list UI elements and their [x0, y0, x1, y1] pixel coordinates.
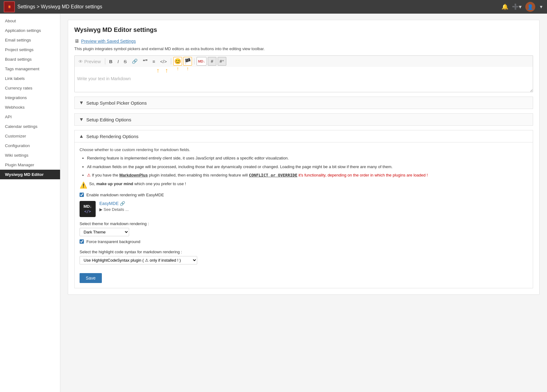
editing-section-header[interactable]: ▼ Setup Editing Options — [74, 113, 533, 126]
theme-select[interactable]: Dark Theme Light Theme Default — [80, 228, 129, 236]
sidebar-item-currency-rates[interactable]: Currency rates — [0, 83, 60, 93]
main-content: Wysiwyg MD Editor settings 🖥 Preview wit… — [60, 14, 547, 392]
enable-easymde-label[interactable]: Enable markdown rendering with EasyMDE — [86, 193, 164, 197]
plugin-description: This plugin integrates symbol pickers an… — [74, 46, 533, 51]
force-bg-label[interactable]: Force transparent background — [86, 239, 140, 244]
sidebar-item-api[interactable]: API — [0, 112, 60, 122]
easymde-block: MD↓ </> EasyMDE 🔗 ▶ See Details ... — [80, 201, 528, 217]
toolbar-emoji-btn[interactable]: 😊 — [173, 57, 182, 66]
bullet-1: Rendering feature is implemented entirel… — [87, 155, 528, 161]
bullet-3: ⚠ If you have the MarkdownPlus plugin in… — [87, 172, 528, 178]
rendering-label: Setup Rendering Options — [86, 134, 138, 139]
sidebar-item-calendar-settings[interactable]: Calendar settings — [0, 122, 60, 131]
toolbar-wysiwyg-btn[interactable]: MD↓ — [197, 57, 206, 66]
toolbar-list-btn[interactable]: ≡ — [151, 58, 157, 65]
sidebar-item-project-settings[interactable]: Project settings — [0, 45, 60, 54]
arrow-flag-icon: ↑ — [165, 67, 168, 74]
editor-toolbar: 👁 Preview B I S 🔗 ❝❞ ≡ </> 😊 🏴 — [74, 55, 533, 67]
toolbar-separator-3 — [194, 58, 194, 64]
rendering-description: Choose whether to use custom rendering f… — [80, 147, 528, 152]
toolbar-link-btn[interactable]: 🔗 — [130, 58, 140, 65]
preview-link-row: 🖥 Preview with Saved Settings — [74, 38, 533, 44]
markdownplus-plugin: MarkdownPlus — [119, 173, 148, 177]
sidebar-item-webhooks[interactable]: Webhooks — [0, 102, 60, 112]
main-layout: About Application settings Email setting… — [0, 14, 547, 392]
editor-placeholder: Write your text in Markdown — [77, 76, 131, 81]
warning-prefix: ⚠ — [87, 173, 91, 177]
highlight-select[interactable]: Use HighlightCodeSyntax plugin ( ⚠ only … — [80, 256, 197, 264]
header-left: 🏮 Settings > Wysiwyg MD Editor settings — [4, 1, 102, 12]
bullet-2: All markdown fields on the page will be … — [87, 164, 528, 170]
header-title: Settings > Wysiwyg MD Editor settings — [17, 4, 102, 10]
monitor-icon: 🖥 — [74, 38, 79, 44]
enable-checkbox-row: Enable markdown rendering with EasyMDE — [80, 193, 528, 197]
toolbar-hash-btn[interactable]: # — [208, 57, 216, 66]
toolbar-separator-1 — [105, 58, 105, 64]
symbol-picker-chevron: ▼ — [79, 100, 84, 106]
symbol-picker-label: Setup Symbol Picker Options — [86, 100, 147, 106]
force-bg-checkbox[interactable] — [80, 239, 84, 244]
toolbar-flag-btn[interactable]: 🏴 — [183, 57, 192, 66]
easymde-logo: MD↓ </> — [80, 201, 96, 217]
rendering-section-body: Choose whether to use custom rendering f… — [74, 142, 533, 288]
easymde-logo-code: </> — [84, 209, 91, 214]
enable-easymde-checkbox[interactable] — [80, 193, 84, 197]
sidebar-item-customizer[interactable]: Customizer — [0, 131, 60, 141]
toolbar-italic-btn[interactable]: I — [115, 58, 120, 65]
toolbar-plugin-buttons: 😊 🏴 — [173, 57, 192, 66]
sidebar-item-link-labels[interactable]: Link labels — [0, 74, 60, 83]
toolbar-arrow-row: ↑ ↑ — [74, 67, 533, 74]
highlight-label: Select the highlight code syntax for mar… — [80, 250, 528, 254]
rendering-bullets: Rendering feature is implemented entirel… — [87, 155, 528, 178]
sidebar-item-about[interactable]: About — [0, 16, 60, 26]
warning-triangle-icon: ⚠️ — [80, 181, 87, 189]
sidebar-item-application-settings[interactable]: Application settings — [0, 26, 60, 35]
user-dropdown-icon[interactable]: ▼ — [539, 4, 543, 9]
sidebar-item-board-settings[interactable]: Board settings — [0, 54, 60, 64]
save-button[interactable]: Save — [80, 273, 102, 283]
external-link-icon: 🔗 — [120, 201, 125, 206]
toolbar-strikethrough-btn[interactable]: S — [122, 58, 129, 65]
theme-label: Select theme for markdown rendering : — [80, 221, 528, 226]
header-right: 🔔 ➕▾ 👤 ▼ — [501, 2, 543, 12]
symbol-picker-section-header[interactable]: ▼ Setup Symbol Picker Options — [74, 97, 533, 109]
bullet3-mid: plugin installed, then enabling this ren… — [149, 173, 249, 177]
sidebar-item-plugin-manager[interactable]: Plugin Manager — [0, 160, 60, 170]
toolbar-hash-plus-btn[interactable]: #⁺ — [218, 57, 226, 66]
editing-label: Setup Editing Options — [86, 117, 131, 122]
toolbar-code-btn[interactable]: </> — [158, 58, 169, 65]
rendering-chevron: ▲ — [79, 133, 84, 139]
app-header: 🏮 Settings > Wysiwyg MD Editor settings … — [0, 0, 547, 14]
sidebar-item-email-settings[interactable]: Email settings — [0, 35, 60, 45]
editing-chevron: ▼ — [79, 117, 84, 122]
bullet3-suf: it's functionality, depending on the ord… — [298, 173, 428, 177]
easymde-info: EasyMDE 🔗 ▶ See Details ... — [99, 201, 129, 212]
app-logo: 🏮 — [4, 1, 15, 12]
sidebar-item-configuration[interactable]: Configuration — [0, 141, 60, 150]
sidebar: About Application settings Email setting… — [0, 14, 60, 392]
easymde-link[interactable]: EasyMDE 🔗 — [99, 201, 129, 206]
sidebar-item-tags-management[interactable]: Tags management — [0, 64, 60, 74]
toolbar-bold-btn[interactable]: B — [107, 58, 115, 65]
force-bg-row: Force transparent background — [80, 239, 528, 244]
make-up-mind-row: ⚠️ So, make up your mind which one you p… — [80, 181, 528, 189]
add-icon[interactable]: ➕▾ — [512, 3, 522, 10]
highlight-section: Select the highlight code syntax for mar… — [80, 250, 528, 264]
arrow-emoji-icon: ↑ — [156, 67, 159, 74]
sidebar-item-wiki-settings[interactable]: Wiki settings — [0, 150, 60, 160]
toolbar-separator-2 — [171, 58, 171, 64]
theme-section: Select theme for markdown rendering : Da… — [80, 221, 528, 236]
preview-link[interactable]: Preview with Saved Settings — [81, 39, 136, 44]
toolbar-preview-btn[interactable]: 👁 Preview — [76, 58, 103, 65]
see-details-toggle[interactable]: ▶ See Details ... — [99, 207, 129, 212]
conflict-code: CONFLICT or OVERRIDE — [249, 173, 297, 177]
sidebar-item-integrations[interactable]: Integrations — [0, 93, 60, 102]
rendering-section-header[interactable]: ▲ Setup Rendering Options — [74, 130, 533, 142]
page-title: Wysiwyg MD Editor settings — [74, 26, 533, 33]
user-avatar[interactable]: 👤 — [525, 2, 535, 12]
editor-textarea[interactable]: Write your text in Markdown — [74, 74, 533, 92]
bullet3-pre: If you have the — [92, 173, 119, 177]
sidebar-item-wysiwyg-md-editor[interactable]: Wysiwyg MD Editor — [0, 170, 60, 179]
bell-icon[interactable]: 🔔 — [501, 3, 508, 10]
toolbar-quote-btn[interactable]: ❝❞ — [141, 58, 150, 65]
